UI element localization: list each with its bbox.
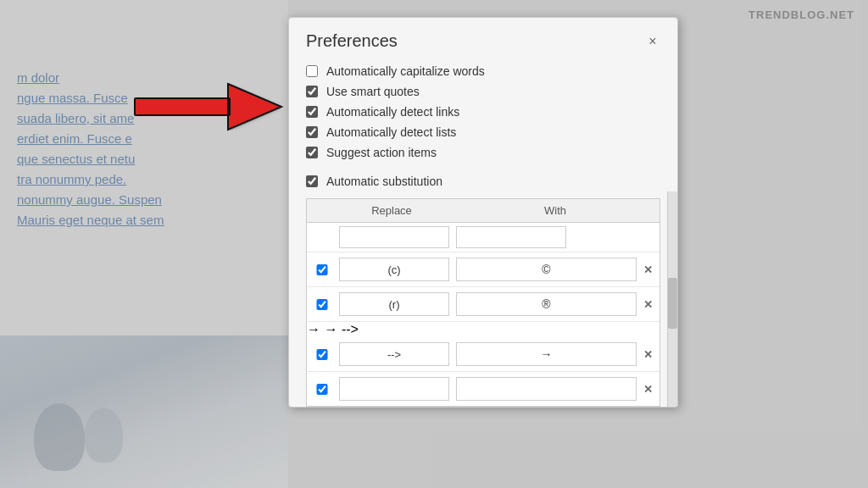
delete-button-registered[interactable]: ✕ xyxy=(643,298,653,311)
svg-rect-0 xyxy=(136,99,229,114)
row-check-copyright[interactable] xyxy=(314,264,331,275)
replace-input-empty[interactable] xyxy=(339,226,449,248)
substitution-table: Replace With (c) © ✕ (r) ® ✕ xyxy=(306,198,660,407)
checkbox-capitalize-label: Automatically capitalize words xyxy=(326,64,485,78)
table-header: Replace With xyxy=(307,199,659,223)
dialog-header: Preferences × xyxy=(289,18,677,58)
with-cell-extra xyxy=(456,377,637,401)
replace-cell-registered: (r) xyxy=(339,292,449,316)
checkbox-smart-quotes[interactable] xyxy=(306,86,318,97)
replace-cell-copyright: (c) xyxy=(339,258,449,281)
with-input-empty[interactable] xyxy=(456,226,566,248)
checkbox-lists-label: Automatically detect lists xyxy=(326,125,456,139)
with-cell-arrow: → xyxy=(456,342,637,366)
row-check-arrow[interactable] xyxy=(314,349,331,360)
checkbox-row-lists: Automatically detect lists xyxy=(306,122,660,142)
checkbox-autosub[interactable] xyxy=(306,175,318,187)
delete-button-arrow[interactable]: ✕ xyxy=(643,348,653,361)
checkbox-action-label: Suggest action items xyxy=(326,146,437,159)
checkbox-autosub-label: Automatic substitution xyxy=(326,175,442,188)
with-cell-copyright: © xyxy=(456,258,637,281)
scrollbar-track[interactable] xyxy=(667,191,677,407)
with-cell-registered: ® xyxy=(456,292,637,316)
checkbox-smart-quotes-label: Use smart quotes xyxy=(326,85,420,98)
arrow-annotation xyxy=(131,80,284,135)
col-with-header: With xyxy=(451,204,659,217)
checkbox-action[interactable] xyxy=(306,147,318,158)
checkbox-links-label: Automatically detect links xyxy=(326,105,459,119)
preferences-dialog: Preferences × Automatically capitalize w… xyxy=(288,17,678,408)
col-replace-header: Replace xyxy=(307,204,451,217)
scrollbar-thumb[interactable] xyxy=(668,278,677,329)
checkbox-links[interactable] xyxy=(306,106,318,118)
row-check-registered[interactable] xyxy=(314,299,331,310)
replace-cell-extra xyxy=(339,377,449,401)
table-row: (r) ® ✕ xyxy=(307,287,659,322)
delete-button-extra[interactable]: ✕ xyxy=(643,383,653,396)
checkbox-row-autosub: Automatic substitution xyxy=(306,171,660,191)
row-check-extra[interactable] xyxy=(314,384,331,395)
checkbox-row-action: Suggest action items xyxy=(306,142,660,163)
table-row: (c) © ✕ xyxy=(307,252,659,287)
checkbox-row-links: Automatically detect links xyxy=(306,102,660,122)
dialog-title: Preferences xyxy=(306,31,398,51)
checkbox-row-smart-quotes: Use smart quotes xyxy=(306,81,660,102)
checkbox-row-capitalize: Automatically capitalize words xyxy=(306,61,660,81)
close-button[interactable]: × xyxy=(645,34,660,49)
dialog-body: Automatically capitalize words Use smart… xyxy=(289,58,677,191)
svg-marker-1 xyxy=(229,85,280,129)
delete-button-copyright[interactable]: ✕ xyxy=(643,263,653,276)
table-row: --> → ✕ xyxy=(307,337,659,372)
checkbox-lists[interactable] xyxy=(306,126,318,138)
table-input-row xyxy=(307,223,659,252)
replace-cell-arrow: --> xyxy=(339,342,449,366)
checkbox-capitalize[interactable] xyxy=(306,65,318,77)
table-row: ✕ xyxy=(307,372,659,406)
watermark: TRENDBLOG.NET xyxy=(748,8,854,21)
